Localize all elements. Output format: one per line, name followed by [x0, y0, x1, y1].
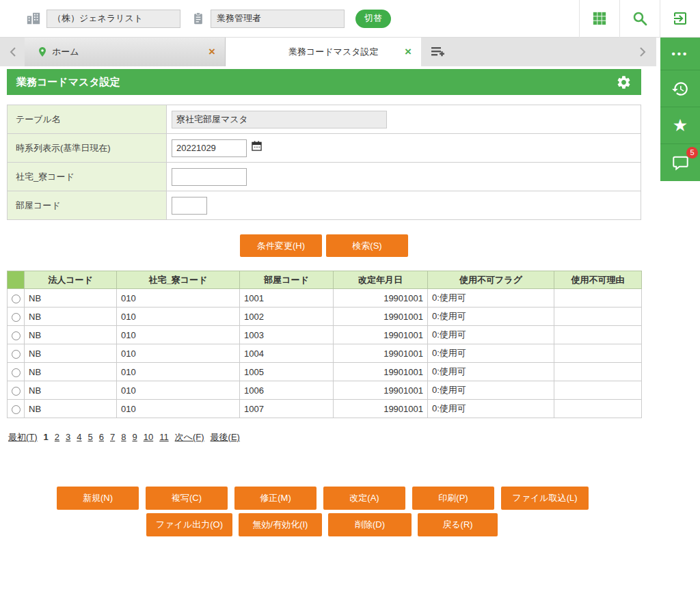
cell-dorm: 010: [117, 344, 240, 363]
page-link[interactable]: 10: [144, 432, 153, 442]
condition-change-button[interactable]: 条件変更(H): [240, 234, 322, 257]
tab-scroll-left[interactable]: [0, 38, 25, 66]
sidebar-history-button[interactable]: [660, 70, 700, 107]
page-header: 業務コードマスタ設定: [7, 69, 641, 95]
add-tab-button[interactable]: [421, 38, 454, 66]
logout-button[interactable]: [660, 0, 700, 38]
form-row-table-name: テーブル名: [8, 105, 641, 134]
tab-active[interactable]: 業務コードマスタ設定 ×: [226, 38, 421, 66]
row-select-radio[interactable]: [12, 295, 21, 303]
cell-dorm: 010: [117, 400, 240, 418]
enable-disable-button[interactable]: 無効/有効化(I): [239, 513, 322, 536]
page-link[interactable]: 11: [159, 432, 169, 442]
row-select-radio[interactable]: [12, 350, 21, 359]
tab-active-close-icon[interactable]: ×: [401, 45, 416, 59]
cell-flag: 0:使用可: [428, 289, 554, 308]
row-select-radio[interactable]: [12, 368, 21, 377]
new-button[interactable]: 新規(N): [57, 487, 139, 510]
switch-button[interactable]: 切替: [355, 10, 391, 28]
column-header: 改定年月日: [334, 271, 428, 289]
table-name-label: テーブル名: [8, 105, 167, 134]
topbar-actions: [579, 0, 700, 38]
cell-room: 1004: [240, 344, 334, 363]
page-link[interactable]: 4: [77, 432, 81, 442]
pagination-first[interactable]: 最初(T): [8, 432, 38, 442]
file-export-button[interactable]: ファイル出力(O): [146, 513, 232, 536]
page-link[interactable]: 7: [110, 432, 115, 442]
pagination-next[interactable]: 次へ(F): [175, 432, 204, 442]
table-name-field[interactable]: [172, 111, 387, 128]
cell-corp: NB: [25, 326, 117, 344]
ellipsis-icon: •••: [672, 48, 689, 59]
dorm-code-field[interactable]: [172, 168, 247, 186]
row-select-radio[interactable]: [12, 331, 21, 340]
cell-dorm: 010: [117, 326, 240, 344]
pagination: 最初(T)1234567891011次へ(F)最後(E): [8, 431, 656, 443]
search-button[interactable]: 検索(S): [326, 234, 408, 257]
apps-grid-button[interactable]: [579, 0, 619, 38]
gear-icon: [616, 74, 632, 90]
sidebar-more-button[interactable]: •••: [660, 38, 700, 70]
row-select-radio[interactable]: [12, 313, 21, 322]
form-row-room-code: 部屋コード: [8, 191, 641, 220]
file-import-button[interactable]: ファイル取込(L): [501, 487, 589, 510]
tab-home[interactable]: ホーム ×: [25, 38, 226, 66]
cell-reason: [554, 326, 642, 344]
results-header-row: 法人コード 社宅_寮コード 部屋コード 改定年月日 使用不可フラグ 使用不可理由: [8, 271, 642, 289]
home-tab-icon: [38, 47, 46, 57]
cell-room: 1001: [240, 289, 334, 308]
page-link[interactable]: 3: [66, 432, 70, 442]
tab-home-close-icon[interactable]: ×: [204, 45, 219, 59]
search-form: テーブル名 時系列表示(基準日現在) 社宅_寮コード 部屋コー: [7, 105, 641, 220]
cell-reason: [554, 289, 642, 308]
tab-scroll-right[interactable]: [629, 38, 656, 66]
cell-flag: 0:使用可: [428, 308, 554, 326]
row-select-radio[interactable]: [12, 387, 21, 396]
cell-room: 1003: [240, 326, 334, 344]
date-label: 時系列表示(基準日現在): [8, 134, 167, 163]
print-button[interactable]: 印刷(P): [412, 487, 494, 510]
cell-dorm: 010: [117, 363, 240, 381]
sidebar-messages-button[interactable]: 5: [660, 144, 700, 181]
revise-button[interactable]: 改定(A): [323, 487, 405, 510]
column-header: 使用不可理由: [554, 271, 642, 289]
form-row-date: 時系列表示(基準日現在): [8, 134, 641, 163]
copy-button[interactable]: 複写(C): [146, 487, 228, 510]
back-button[interactable]: 戻る(R): [418, 513, 498, 536]
cell-room: 1006: [240, 381, 334, 400]
results-table: 法人コード 社宅_寮コード 部屋コード 改定年月日 使用不可フラグ 使用不可理由…: [7, 271, 642, 418]
app-window: 切替 ホーム ×: [0, 0, 700, 615]
row-select-radio[interactable]: [12, 405, 21, 414]
page-link[interactable]: 9: [132, 432, 137, 442]
history-icon: [671, 80, 689, 98]
delete-button[interactable]: 削除(D): [328, 513, 412, 536]
search-icon: [632, 10, 648, 27]
base-date-field[interactable]: [172, 139, 247, 157]
room-code-field[interactable]: [172, 197, 207, 215]
page-link[interactable]: 5: [88, 432, 93, 442]
column-header: 社宅_寮コード: [117, 271, 240, 289]
calendar-button[interactable]: [252, 141, 262, 151]
condition-buttons: 条件変更(H) 検索(S): [0, 234, 648, 257]
settings-button[interactable]: [616, 74, 632, 90]
sidebar-favorites-button[interactable]: ★: [660, 107, 700, 144]
message-count-badge: 5: [686, 147, 698, 159]
column-header: 部屋コード: [240, 271, 334, 289]
pagination-current-page[interactable]: 1: [44, 432, 49, 442]
table-row: NB0101006199010010:使用可: [8, 381, 642, 400]
apps-grid-icon: [592, 11, 607, 26]
cell-flag: 0:使用可: [428, 363, 554, 381]
cell-dorm: 010: [117, 289, 240, 308]
page-link[interactable]: 2: [55, 432, 59, 442]
logout-icon: [672, 10, 688, 27]
pagination-last[interactable]: 最後(E): [211, 432, 240, 442]
page-link[interactable]: 8: [121, 432, 126, 442]
global-search-button[interactable]: [619, 0, 660, 38]
role-input[interactable]: [211, 10, 345, 28]
modify-button[interactable]: 修正(M): [234, 487, 317, 510]
table-row: NB0101007199010010:使用可: [8, 400, 642, 418]
page-link[interactable]: 6: [99, 432, 104, 442]
tab-active-label: 業務コードマスタ設定: [288, 46, 379, 58]
cell-revised: 19901001: [334, 363, 428, 381]
company-input[interactable]: [46, 10, 180, 28]
